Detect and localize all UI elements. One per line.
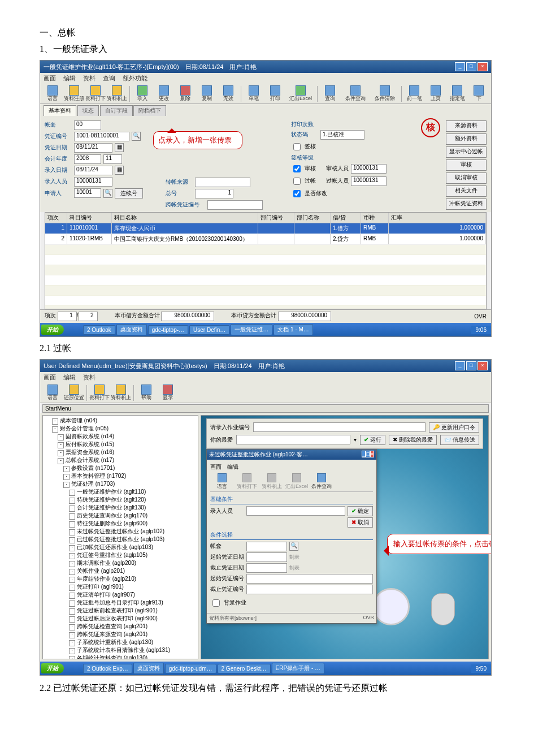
dlg-tb-lang[interactable]: 语言 [210, 473, 234, 490]
tb-next[interactable]: 下 [468, 85, 489, 102]
minimize-button[interactable]: _ [455, 62, 465, 71]
tb-delete[interactable]: 删除 [175, 85, 196, 102]
checkbox-post[interactable] [293, 178, 301, 185]
input-applicant[interactable]: 10001 [74, 188, 101, 198]
tree-item[interactable]: ·历史凭证查询作业 (aglq170) [52, 512, 197, 520]
tree-item[interactable]: ·特殊凭证维护作业 (aglt120) [52, 496, 197, 504]
checkbox-sign[interactable] [293, 143, 301, 150]
run-button[interactable]: ✔运行 [360, 435, 385, 445]
start-button[interactable]: 开始 [41, 325, 64, 335]
col-deptno[interactable]: 部门编号 [258, 213, 294, 223]
tree-item[interactable]: ·凭证批号加总号目录打印 (aglr913) [52, 599, 197, 607]
col-seq[interactable]: 项次 [45, 213, 67, 223]
tree-item[interactable]: ·合计凭证维护作业 (aglt130) [52, 504, 197, 512]
grid-row[interactable]: 1 110010001 库存现金-人民币 1.借方 RMB 1.000000 [45, 223, 486, 234]
lookup-icon[interactable]: 🔍 [103, 189, 112, 198]
btn-unapprove[interactable]: 取消审核 [446, 172, 487, 184]
tb-copy[interactable]: 复制 [197, 85, 217, 102]
tb-reg[interactable]: 资料注册 [64, 85, 84, 102]
tree-item[interactable]: -财务会计管理 (n05) [52, 425, 197, 433]
continuous-button[interactable]: 连续号 [115, 188, 143, 198]
task-item[interactable]: 文档 1 - M… [273, 324, 313, 335]
dlg-menu[interactable]: 画面 [210, 464, 222, 470]
task-item[interactable]: 一般凭证维… [231, 324, 272, 335]
dlg-menu[interactable]: 编辑 [227, 464, 238, 470]
tree-item[interactable]: ·凭证清单打印 (aglr907) [52, 591, 197, 599]
menu-item[interactable]: 查询 [103, 75, 115, 81]
tree-item[interactable]: -固资帐款系统 (n14) [52, 433, 197, 440]
task-item[interactable]: 桌面资料 [133, 663, 164, 674]
ok-button[interactable]: ✔确定 [348, 506, 373, 516]
tb-language[interactable]: 语言 [42, 85, 63, 102]
input-enddate[interactable] [246, 563, 287, 573]
input-transno[interactable] [207, 200, 263, 210]
maximize-button[interactable]: □ [466, 361, 476, 370]
grid-row[interactable]: 2 11020-1RMB 中国工商银行大庆支分RMB（2010023020014… [45, 234, 486, 245]
tree-item[interactable]: -应付帐款系统 (n15) [52, 440, 197, 448]
tree-item[interactable]: -成本管理 (n04) [52, 417, 197, 425]
tb-condclear[interactable]: 条件清除 [371, 85, 399, 102]
dlg-tb-query[interactable]: 条件查询 [310, 473, 333, 490]
tab-basic[interactable]: 基本资料 [44, 105, 76, 116]
tree-item[interactable]: ·各期统计资料查询 (aglq130) [52, 654, 197, 659]
menu-item[interactable]: 画面 [44, 374, 56, 381]
task-item[interactable]: gdc-tiptop-udm… [165, 664, 216, 673]
btn-showpost[interactable]: 显示中心过帐 [446, 146, 487, 158]
input-book[interactable]: 00 [74, 120, 101, 130]
btn-approve[interactable]: 审核 [446, 159, 487, 171]
tree-item[interactable]: ·特征凭证删除作业 (aglp600) [52, 520, 197, 528]
input-startdate[interactable] [246, 552, 287, 562]
tree-item[interactable]: ·未过帐凭证整批过帐作业 (aglp102) [52, 528, 197, 535]
close-button[interactable]: × [477, 361, 488, 370]
btn-extra[interactable]: 额外资料 [446, 133, 487, 145]
checkbox-allowmod[interactable] [293, 190, 301, 197]
menu-tree[interactable]: -成本管理 (n04)-财务会计管理 (n05)-固资帐款系统 (n14)-应付… [42, 415, 198, 659]
tree-item[interactable]: ·跨帐凭证来源查询 (aglq201) [52, 630, 197, 638]
tree-item[interactable]: ·基本资料管理 (n1702) [52, 472, 197, 480]
tab-attach[interactable]: 附档档下 [133, 105, 166, 116]
tb-down[interactable]: 资料打下 [89, 385, 110, 401]
task-item[interactable]: ERP操作手册 - … [272, 663, 324, 674]
btn-reverse[interactable]: 冲帐凭证资料 [446, 198, 487, 210]
input-source[interactable] [195, 178, 250, 187]
task-item[interactable]: 2 Outlook Exp… [83, 664, 132, 673]
minimize-button[interactable]: _ [455, 361, 465, 370]
tree-item[interactable]: ·凭证过帐前检查表打印 (aglr901) [52, 607, 197, 615]
input-vdate[interactable]: 08/11/21 [74, 143, 112, 153]
input-seq[interactable]: 1 [195, 189, 233, 198]
menu-item[interactable]: 资料 [83, 75, 95, 81]
tb-single[interactable]: 单笔 [244, 85, 264, 102]
checkbox-bg[interactable] [212, 599, 220, 607]
tb-prev[interactable]: 前一笔 [404, 85, 424, 102]
col-name[interactable]: 科目名称 [112, 213, 258, 223]
tb-show[interactable]: 显示 [158, 385, 178, 401]
tree-item[interactable]: ·关帐作业 (aglp201) [52, 567, 197, 575]
tree-item[interactable]: ·已过帐凭证整批过帐作业 (aglp103) [52, 535, 197, 543]
tb-up[interactable]: 资料枳上 [111, 385, 131, 401]
tb-edit[interactable]: 更改 [154, 85, 174, 102]
tree-item[interactable]: -票据资金系统 (n16) [52, 448, 197, 456]
tree-item[interactable]: ·子系统统计重新作业 (aglp130) [52, 638, 197, 646]
tb-language[interactable]: 语言 [42, 385, 63, 401]
cancel-button[interactable]: ✖取消 [348, 517, 373, 528]
tree-item[interactable]: ·子系统统计表科目清除作业 (aglp131) [52, 646, 197, 654]
close-button[interactable]: × [477, 62, 488, 71]
tree-item[interactable]: ·年度结转作业 (aglp210) [52, 575, 197, 583]
input-book[interactable] [246, 542, 287, 551]
menu-item[interactable]: 额外功能 [123, 75, 147, 81]
input-period[interactable]: 11 [103, 154, 122, 164]
input-fav[interactable] [236, 435, 350, 444]
tb-restore[interactable]: 还原位置 [64, 385, 84, 401]
tb-pgup[interactable]: 上页 [426, 85, 446, 102]
input-euser[interactable]: 10000131 [74, 177, 112, 187]
tb-insert[interactable]: 录入 [132, 85, 153, 102]
menu-item[interactable]: 资料 [83, 374, 95, 381]
lookup-icon[interactable]: 🔍 [132, 132, 141, 141]
tab-status[interactable]: 状态 [77, 105, 99, 116]
refresh-button[interactable]: 🔑 更新用户口令 [429, 422, 479, 433]
tree-item[interactable]: ·参数设置 (n1701) [52, 464, 197, 472]
col-code[interactable]: 科目编号 [67, 213, 112, 223]
tb-goto[interactable]: 指定笔 [447, 85, 467, 102]
dlg-close[interactable]: × [370, 451, 374, 457]
tree-item[interactable]: ·凭证处理 (n1703) [52, 480, 197, 488]
